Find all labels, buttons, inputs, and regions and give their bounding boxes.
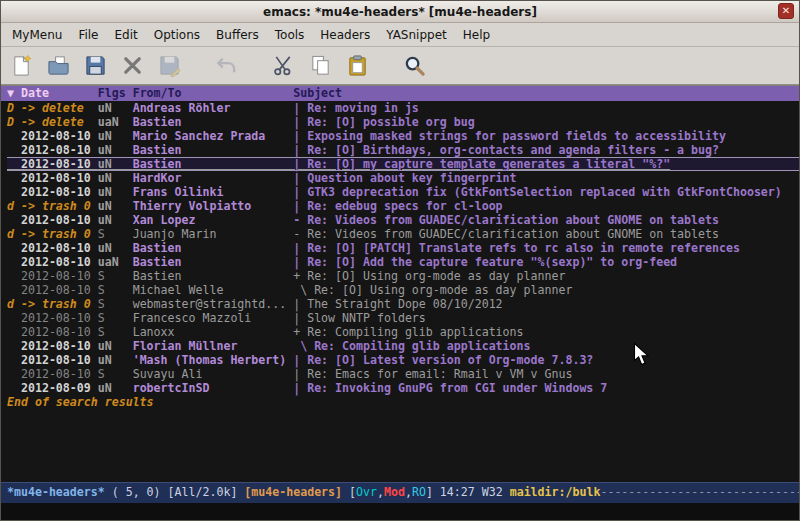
undo-button: [211, 51, 241, 81]
message-row[interactable]: 2012-08-10 uN Frans Oilinki | GTK3 depre…: [7, 185, 799, 199]
save-button[interactable]: [80, 51, 110, 81]
window-close-button[interactable]: ✕: [778, 3, 794, 19]
message-row[interactable]: 2012-08-10 S Bastien + Re: [O] Using org…: [7, 269, 799, 283]
modeline-plain: ,: [405, 485, 412, 499]
menu-item-options[interactable]: Options: [146, 25, 208, 45]
subject-cell: - Re: Videos from GUADEC/clarification a…: [293, 213, 719, 227]
kill-buffer-button[interactable]: [117, 51, 147, 81]
message-row[interactable]: 2012-08-10 uN Bastien | Re: [O] my captu…: [7, 157, 799, 171]
column-headers: Flgs From/To Subject: [49, 86, 342, 100]
subject-cell: | Re: [O] [PATCH] Translate refs to rc a…: [293, 241, 740, 255]
modeline-dashes: ----------------------------------------: [600, 485, 799, 499]
window-title: emacs: *mu4e-headers* [mu4e-headers]: [263, 5, 537, 19]
from-cell: Thierry Volpiatto: [133, 199, 294, 213]
search-button[interactable]: [399, 51, 429, 81]
save-icon: [84, 54, 107, 77]
from-cell: robertcInSD: [133, 381, 294, 395]
message-row[interactable]: 2012-08-10 S Lanoxx + Re: Compiling glib…: [7, 325, 799, 339]
from-cell: Bastien: [133, 143, 294, 157]
date-cell: 2012-08-10: [7, 171, 98, 185]
paste-button[interactable]: [342, 51, 372, 81]
message-row[interactable]: 2012-08-10 uN Florian Müllner \ Re: Comp…: [7, 339, 799, 353]
menu-item-help[interactable]: Help: [455, 25, 498, 45]
modeline-plain: ]: [426, 485, 440, 499]
cut-icon: [272, 54, 295, 77]
flags-cell: uN: [98, 199, 133, 213]
modeline-plain: [: [342, 485, 356, 499]
flags-cell: S: [98, 367, 133, 381]
message-row[interactable]: D -> delete uaN Bastien | Re: [O] possib…: [7, 115, 799, 129]
emacs-frame: ▼ Date Flgs From/To Subject D -> delete …: [1, 85, 799, 520]
message-row[interactable]: d -> trash 0 S webmaster@straightd... | …: [7, 297, 799, 311]
cut-button[interactable]: [268, 51, 298, 81]
modeline-plain: W32: [482, 485, 510, 499]
message-row[interactable]: 2012-08-10 uN Bastien | Re: [O] [PATCH] …: [7, 241, 799, 255]
from-cell: Juanjo Marin: [133, 227, 294, 241]
menu-item-tools[interactable]: Tools: [267, 25, 313, 45]
mark-indicator: D -> delete: [7, 101, 98, 115]
from-cell: Bastien: [133, 157, 294, 171]
menu-item-headers[interactable]: Headers: [312, 25, 378, 45]
flags-cell: uN: [98, 353, 133, 367]
subject-cell: + Re: Compiling glib applications: [293, 325, 523, 339]
titlebar[interactable]: emacs: *mu4e-headers* [mu4e-headers] ✕: [1, 1, 799, 23]
menu-item-yasnippet[interactable]: YASnippet: [378, 25, 455, 45]
menu-item-buffers[interactable]: Buffers: [208, 25, 267, 45]
subject-cell: | Re: moving in js: [293, 101, 419, 115]
from-cell: Suvayu Ali: [133, 367, 294, 381]
message-row[interactable]: d -> trash 0 uN Thierry Volpiatto | Re: …: [7, 199, 799, 213]
from-cell: Andreas Röhler: [133, 101, 294, 115]
date-cell: 2012-08-10: [7, 311, 98, 325]
message-row[interactable]: d -> trash 0 S Juanjo Marin - Re: Videos…: [7, 227, 799, 241]
mode-line[interactable]: *mu4e-headers* ( 5, 0) [All/2.0k] [mu4e-…: [1, 482, 799, 503]
flags-cell: uN: [98, 101, 133, 115]
copy-icon: [309, 54, 332, 77]
from-cell: Bastien: [133, 115, 294, 129]
subject-cell: | Re: [O] Birthdays, org-contacts and ag…: [293, 143, 719, 157]
modeline-buffer-name[interactable]: *mu4e-headers*: [7, 485, 105, 499]
message-row[interactable]: 2012-08-10 uN Mario Sanchez Prada | Expo…: [7, 129, 799, 143]
from-cell: Bastien: [133, 255, 294, 269]
modeline-maildir: maildir:/bulk: [510, 485, 601, 499]
subject-cell: | The Straight Dope 08/10/2012: [293, 297, 502, 311]
message-row[interactable]: 2012-08-10 S Michael Welle \ Re: [O] Usi…: [7, 283, 799, 297]
from-cell: Mario Sanchez Prada: [133, 129, 294, 143]
search-icon: [403, 54, 426, 77]
message-row[interactable]: 2012-08-10 uN HardKor | Question about k…: [7, 171, 799, 185]
message-row[interactable]: 2012-08-10 uN 'Mash (Thomas Herbert) | R…: [7, 353, 799, 367]
end-of-search-results: End of search results: [7, 395, 799, 409]
message-row[interactable]: 2012-08-10 S Francesco Mazzoli | Slow NN…: [7, 311, 799, 325]
echo-area[interactable]: [1, 503, 799, 520]
menu-item-edit[interactable]: Edit: [107, 25, 146, 45]
message-row[interactable]: 2012-08-10 uN Xan Lopez - Re: Videos fro…: [7, 213, 799, 227]
flags-cell: uN: [98, 171, 133, 185]
toolbar: [1, 47, 799, 85]
flags-cell: uN: [98, 381, 133, 395]
flags-cell: uaN: [98, 255, 133, 269]
message-row[interactable]: 2012-08-10 uaN Bastien | Re: [O] Add the…: [7, 255, 799, 269]
paste-icon: [346, 54, 369, 77]
from-cell: 'Mash (Thomas Herbert): [133, 353, 294, 367]
emacs-window: emacs: *mu4e-headers* [mu4e-headers] ✕ M…: [0, 0, 800, 521]
modeline-modified: Mod: [384, 485, 405, 499]
menu-item-mymenu[interactable]: MyMenu: [4, 25, 70, 45]
message-row[interactable]: 2012-08-10 uN Bastien | Re: [O] Birthday…: [7, 143, 799, 157]
new-file-icon: [10, 54, 33, 77]
from-cell: Frans Oilinki: [133, 185, 294, 199]
flags-cell: uN: [98, 129, 133, 143]
date-cell: 2012-08-10: [7, 325, 98, 339]
menu-item-file[interactable]: File: [70, 25, 106, 45]
subject-cell: | Slow NNTP folders: [293, 311, 426, 325]
new-file-button[interactable]: [6, 51, 36, 81]
subject-cell: | Re: [O] possible org bug: [293, 115, 474, 129]
open-file-button[interactable]: [43, 51, 73, 81]
message-row[interactable]: 2012-08-09 uN robertcInSD | Re: Invoking…: [7, 381, 799, 395]
flags-cell: S: [98, 227, 133, 241]
undo-icon: [215, 54, 238, 77]
message-row[interactable]: 2012-08-10 S Suvayu Ali | Re: Emacs for …: [7, 367, 799, 381]
from-cell: HardKor: [133, 171, 294, 185]
subject-cell: - Re: Videos from GUADEC/clarification a…: [293, 227, 719, 241]
copy-button[interactable]: [305, 51, 335, 81]
message-row[interactable]: D -> delete uN Andreas Röhler | Re: movi…: [7, 101, 799, 115]
date-cell: 2012-08-10: [7, 283, 98, 297]
